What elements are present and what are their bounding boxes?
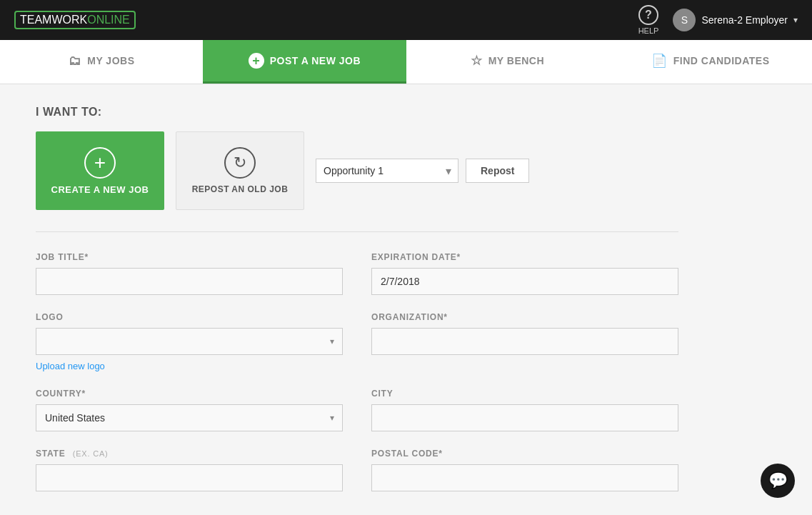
tab-post-new-job-label: POST A NEW JOB (270, 55, 361, 66)
job-title-group: JOB TITLE* (36, 252, 343, 295)
state-label: STATE (ex. CA) (36, 449, 343, 459)
repost-button[interactable]: Repost (466, 159, 529, 183)
create-plus-icon: + (84, 147, 116, 179)
logo-select[interactable] (36, 328, 343, 355)
organization-input[interactable] (371, 328, 678, 355)
country-select[interactable]: United States (36, 404, 343, 431)
opportunity-select-wrapper: Opportunity 1 ▾ (316, 159, 458, 183)
repost-old-job-label: REPOST AN OLD JOB (192, 184, 289, 194)
opportunity-select[interactable]: Opportunity 1 (316, 159, 458, 183)
tab-my-bench[interactable]: ☆ MY BENCH (406, 40, 609, 84)
refresh-icon: ↻ (224, 147, 256, 179)
job-title-label: JOB TITLE* (36, 252, 343, 262)
logo-teamwork: TEAMWORK (20, 14, 87, 26)
top-navigation: TEAMWORKONLINE ? HELP S Serena-2 Employe… (0, 0, 812, 40)
tab-find-candidates-label: FIND CANDIDATES (673, 55, 770, 66)
postal-code-input[interactable] (371, 464, 678, 491)
help-icon: ? (638, 5, 658, 25)
city-input[interactable] (371, 404, 678, 431)
state-input[interactable] (36, 464, 343, 491)
logo-select-wrapper: ▾ (36, 328, 343, 355)
expiration-date-group: EXPIRATION DATE* (371, 252, 678, 295)
expiration-date-label: EXPIRATION DATE* (371, 252, 678, 262)
choice-row: + CREATE A NEW JOB ↻ REPOST AN OLD JOB O… (36, 131, 678, 210)
tab-find-candidates[interactable]: 📄 FIND CANDIDATES (609, 40, 812, 84)
briefcase-icon: 🗂 (69, 54, 82, 69)
tab-post-new-job[interactable]: + POST A NEW JOB (203, 40, 406, 84)
help-label: HELP (638, 26, 659, 35)
organization-group: ORGANIZATION* (371, 312, 678, 371)
state-group: STATE (ex. CA) (36, 449, 343, 491)
logo-online: ONLINE (87, 14, 130, 26)
user-name: Serena-2 Employer (701, 14, 788, 26)
document-icon: 📄 (651, 53, 668, 69)
tab-navigation: 🗂 MY JOBS + POST A NEW JOB ☆ MY BENCH 📄 … (0, 40, 812, 84)
postal-code-label: POSTAL CODE* (371, 449, 678, 459)
country-select-wrapper: United States ▾ (36, 404, 343, 431)
city-label: CITY (371, 389, 678, 399)
star-icon: ☆ (471, 53, 483, 69)
job-title-input[interactable] (36, 268, 343, 295)
tab-my-bench-label: MY BENCH (488, 55, 544, 66)
tab-my-jobs-label: MY JOBS (87, 55, 134, 66)
main-content: I WANT TO: + CREATE A NEW JOB ↻ REPOST A… (0, 84, 714, 515)
logo-border: TEAMWORKONLINE (14, 11, 136, 29)
divider (36, 231, 678, 232)
form-row-2: LOGO ▾ Upload new logo ORGANIZATION* (36, 312, 678, 371)
form-row-4: STATE (ex. CA) POSTAL CODE* (36, 449, 678, 491)
repost-controls: Opportunity 1 ▾ Repost (316, 159, 529, 183)
chat-icon: 💬 (768, 471, 788, 490)
plus-icon: + (249, 53, 264, 69)
upload-new-logo-link[interactable]: Upload new logo (36, 361, 343, 371)
country-group: COUNTRY* United States ▾ (36, 389, 343, 431)
state-hint: (ex. CA) (73, 449, 109, 458)
tab-my-jobs[interactable]: 🗂 MY JOBS (0, 40, 203, 84)
expiration-date-input[interactable] (371, 268, 678, 295)
avatar: S (673, 9, 696, 31)
create-new-job-card[interactable]: + CREATE A NEW JOB (36, 131, 164, 210)
avatar-initial: S (681, 14, 688, 26)
organization-label: ORGANIZATION* (371, 312, 678, 322)
i-want-to-label: I WANT TO: (36, 106, 678, 119)
help-area: ? HELP S Serena-2 Employer ▾ (638, 5, 798, 35)
form-row-1: JOB TITLE* EXPIRATION DATE* (36, 252, 678, 295)
create-new-job-label: CREATE A NEW JOB (51, 184, 149, 195)
help-button[interactable]: ? HELP (638, 5, 659, 35)
logo-group: LOGO ▾ Upload new logo (36, 312, 343, 371)
chat-bubble-button[interactable]: 💬 (761, 464, 795, 498)
chevron-down-icon: ▾ (793, 15, 798, 25)
logo-label: LOGO (36, 312, 343, 322)
postal-code-group: POSTAL CODE* (371, 449, 678, 491)
country-label: COUNTRY* (36, 389, 343, 399)
repost-old-job-card[interactable]: ↻ REPOST AN OLD JOB (176, 131, 304, 210)
user-menu[interactable]: S Serena-2 Employer ▾ (673, 9, 798, 31)
city-group: CITY (371, 389, 678, 431)
logo: TEAMWORKONLINE (14, 11, 139, 29)
form-row-3: COUNTRY* United States ▾ CITY (36, 389, 678, 431)
